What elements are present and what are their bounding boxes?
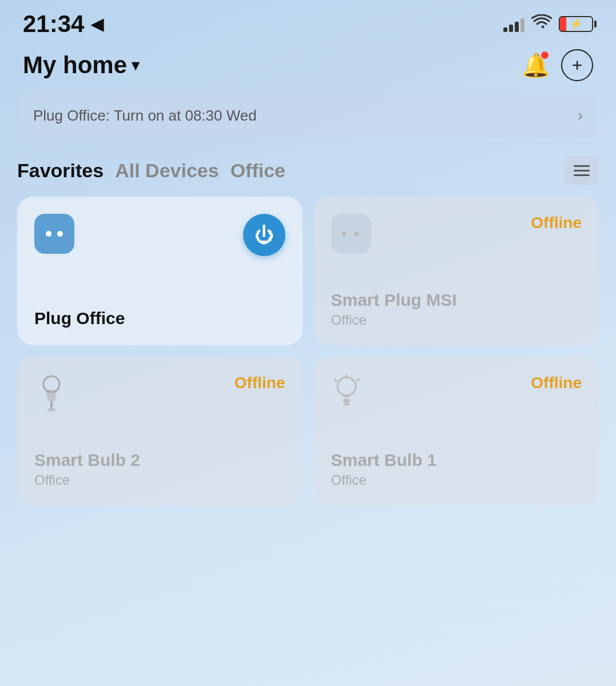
status-time: 21:34 ◀ (23, 10, 104, 38)
signal-bar-4 (520, 18, 524, 32)
tab-office[interactable]: Office (230, 159, 285, 182)
device-card-smart-bulb-2[interactable]: Offline Smart Bulb 2 Office (17, 357, 303, 505)
status-bar: 21:34 ◀ ⚡ (0, 0, 616, 43)
schedule-banner[interactable]: Plug Office: Turn on at 08:30 Wed › (17, 93, 599, 138)
signal-bar-1 (503, 27, 507, 32)
device-card-bottom: Plug Office (34, 297, 285, 328)
location-arrow-icon: ◀ (91, 15, 104, 34)
device-card-smart-bulb-1[interactable]: Offline Smart Bulb 1 Office (314, 357, 599, 505)
tab-bar: Favorites All Devices Office (0, 155, 616, 197)
tab-favorites[interactable]: Favorites (17, 159, 104, 182)
header: My home ▾ 🔔 + (0, 43, 616, 93)
signal-bar-2 (509, 25, 513, 32)
battery-icon: ⚡ (559, 16, 593, 32)
signal-bars-icon (503, 16, 524, 32)
power-icon: ⏻ (255, 224, 274, 246)
device-grid: ⏻ Plug Office • • Offline Smart Plug MSI… (0, 197, 616, 505)
offline-badge: Offline (531, 214, 582, 232)
device-card-bottom: Smart Bulb 2 Office (34, 439, 285, 488)
device-name: Plug Office (34, 309, 285, 328)
device-card-top: ⏻ (34, 214, 285, 256)
tab-all-devices[interactable]: All Devices (115, 159, 218, 182)
plug-dots-icon: • • (341, 225, 360, 243)
svg-rect-6 (344, 403, 349, 405)
svg-point-4 (337, 377, 356, 396)
hamburger-line-3 (574, 174, 590, 176)
plug-office-icon (34, 214, 74, 254)
home-dropdown-arrow-icon: ▾ (132, 57, 139, 74)
device-card-top: Offline (34, 374, 285, 417)
hamburger-line-1 (574, 165, 590, 167)
tab-menu-button[interactable] (565, 155, 599, 185)
battery-fill (560, 17, 566, 31)
signal-bar-3 (515, 22, 519, 32)
plug-icon (46, 231, 63, 237)
svg-point-0 (43, 376, 59, 392)
device-card-top: • • Offline (331, 214, 582, 254)
svg-rect-2 (50, 401, 53, 409)
bulb-icon (331, 374, 362, 417)
home-title[interactable]: My home ▾ (23, 51, 139, 79)
plug-eyes (46, 231, 63, 237)
svg-marker-1 (46, 390, 57, 401)
device-name: Smart Bulb 2 (34, 450, 285, 470)
add-icon: + (572, 55, 583, 76)
device-location: Office (331, 472, 582, 488)
device-name: Smart Plug MSI (331, 290, 582, 310)
svg-line-8 (335, 379, 336, 381)
wifi-icon (531, 14, 552, 34)
time-display: 21:34 (23, 10, 84, 38)
notifications-button[interactable]: 🔔 (520, 49, 552, 81)
add-button[interactable]: + (561, 49, 593, 81)
schedule-text: Plug Office: Turn on at 08:30 Wed (33, 107, 257, 125)
plug-eye-left (46, 231, 51, 237)
device-location: Office (34, 472, 285, 488)
device-card-bottom: Smart Plug MSI Office (331, 279, 582, 328)
status-icons: ⚡ (503, 14, 593, 34)
svg-rect-5 (343, 399, 350, 402)
power-button[interactable]: ⏻ (243, 214, 285, 256)
svg-line-9 (357, 379, 359, 381)
device-card-plug-office[interactable]: ⏻ Plug Office (17, 197, 303, 345)
notification-dot (541, 51, 549, 59)
offline-badge: Offline (235, 374, 285, 392)
lamp-icon (34, 374, 69, 417)
svg-point-3 (47, 408, 56, 412)
hamburger-line-2 (574, 170, 590, 172)
device-card-top: Offline (331, 374, 582, 417)
plug-eye-right (57, 231, 63, 237)
device-name: Smart Bulb 1 (331, 450, 582, 470)
home-title-text: My home (23, 51, 127, 79)
offline-badge: Offline (531, 374, 582, 392)
battery-bolt-icon: ⚡ (570, 18, 582, 30)
smart-plug-msi-icon: • • (331, 214, 371, 254)
device-location: Office (331, 312, 582, 328)
header-actions: 🔔 + (520, 49, 593, 81)
schedule-chevron-icon: › (578, 106, 583, 125)
device-card-bottom: Smart Bulb 1 Office (331, 439, 582, 488)
device-card-smart-plug-msi[interactable]: • • Offline Smart Plug MSI Office (314, 197, 599, 345)
